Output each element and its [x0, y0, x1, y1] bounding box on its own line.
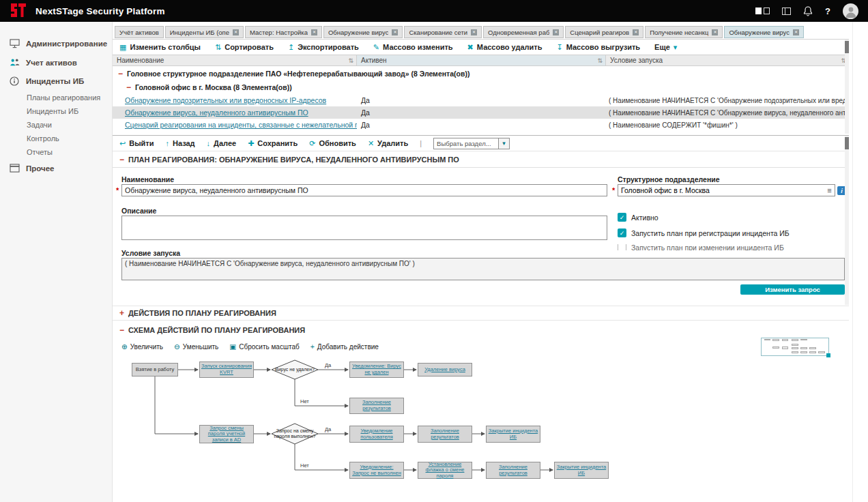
flowchart-decision-label[interactable]: Вирус не удален?	[269, 360, 321, 379]
sidebar-subitem-планы-реагирования[interactable]: Планы реагирования	[0, 91, 112, 104]
close-tab-icon[interactable]: ✕	[392, 29, 398, 35]
tab-инциденты-иб-опе[interactable]: Инциденты ИБ (опе✕	[165, 26, 244, 38]
form-toolbar-button-обновить[interactable]: ⟳Обновить	[309, 139, 356, 148]
flowchart-node-link[interactable]: Запуск сканирования KVRT	[201, 364, 252, 375]
checkbox-активно[interactable]: ✓Активно	[618, 213, 659, 222]
column-header-условие-запуска[interactable]: Условие запуска⇅	[606, 55, 849, 65]
close-tab-icon[interactable]: ✕	[311, 29, 317, 35]
flowchart-node-запуск-сканирования-kvrt[interactable]: Запуск сканирования KVRT	[199, 361, 254, 378]
expand-icon[interactable]: +	[119, 308, 128, 318]
tab-сканирование-сети[interactable]: Сканирование сети✕	[404, 26, 482, 38]
flowchart-node-link[interactable]: Заполнение результатов	[419, 428, 471, 440]
form-toolbar-button-далее[interactable]: ↓Далее	[207, 139, 237, 147]
row-link[interactable]: Обнаружение подозрительных или вредоносн…	[125, 96, 326, 104]
column-header-активен[interactable]: Активен⇅	[357, 55, 606, 65]
sidebar-item-прочее[interactable]: Прочее	[0, 159, 112, 177]
flowchart-node-link[interactable]: Уведомление пользователя	[351, 428, 403, 440]
checkbox-запустить-план-при-регистрации-инцидента-иб[interactable]: ✓Запустить план при регистрации инцидент…	[618, 228, 790, 237]
edit-query-button[interactable]: Изменить запрос	[740, 284, 845, 295]
flowchart-node-заполнение-результатов[interactable]: Заполнение результатов	[486, 462, 540, 479]
flowchart-node-link[interactable]: Закрытие инцидента ИБ	[487, 428, 539, 440]
flowchart-button-сбросить-масштаб[interactable]: ▣Сбросить масштаб	[229, 342, 299, 351]
flowchart-node-установление-флажка-о-смене-пароля[interactable]: Установление флажка о смене пароля	[418, 462, 472, 479]
sidebar-item-учет-активов[interactable]: Учет активов	[0, 53, 112, 72]
flowchart-node-уведомление-пользователя[interactable]: Уведомление пользователя	[349, 426, 404, 443]
sidebar-subitem-отчеты[interactable]: Отчеты	[0, 145, 112, 159]
minimap[interactable]	[761, 338, 829, 356]
flowchart-node-link[interactable]: Заполнение результатов	[351, 400, 403, 411]
tab-одновременная-раб[interactable]: Одновременная раб✕	[483, 26, 564, 38]
table-row[interactable]: Обнаружение вируса, неудаленного антивир…	[113, 106, 849, 119]
toolbar-button-изменить-столбцы[interactable]: ▦Изменить столбцы	[119, 43, 201, 52]
sidebar-subitem-задачи[interactable]: Задачи	[0, 118, 112, 132]
scrollbar-thumb[interactable]	[845, 137, 849, 149]
flowchart-button-увеличить[interactable]: ⊕Увеличить	[121, 342, 163, 351]
chevron-down-icon[interactable]: ▾	[498, 138, 509, 149]
flowchart-node-удаление-вируса[interactable]: Удаление вируса	[418, 363, 472, 376]
vertical-scrollbar[interactable]	[845, 40, 849, 134]
plan-section-header[interactable]: − ПЛАН РЕАГИРОВАНИЯ: ОБНАРУЖЕНИЕ ВИРУСА,…	[113, 152, 849, 168]
flowchart-node-link[interactable]: Уведомление: Вирус не удален	[351, 364, 403, 375]
form-toolbar-button-выйти[interactable]: ↩Выйти	[119, 139, 154, 148]
flowchart-canvas[interactable]: Взятие в работуЗапуск сканирования KVRTВ…	[113, 355, 853, 499]
actions-section-header[interactable]: + ДЕЙСТВИЯ ПО ПЛАНУ РЕАГИРОВАНИЯ	[113, 306, 849, 321]
toolbar-button-еще[interactable]: Еще▾	[654, 43, 677, 52]
checkbox-запустить-план-при-изменении-инцидента-иб[interactable]: Запустить план при изменении инцидента И…	[618, 244, 784, 250]
flowchart-decision-label[interactable]: Запрос на смену пароля выполнен?	[269, 424, 321, 444]
tab-сценарий-реагиров[interactable]: Сценарий реагиров✕	[565, 26, 643, 38]
flowchart-node-link[interactable]: Заполнение результатов	[487, 464, 539, 476]
checkbox-box[interactable]	[618, 244, 626, 250]
toolbar-button-массово-удалить[interactable]: ✖Массово удалить	[467, 43, 542, 52]
help-icon[interactable]: ?	[825, 6, 830, 16]
table-group-row[interactable]: −Головное структурное подразделение ПАО …	[113, 66, 849, 80]
name-input[interactable]	[121, 184, 607, 196]
row-link[interactable]: Обнаружение вируса, неудаленного антивир…	[125, 108, 308, 117]
avatar[interactable]	[843, 3, 858, 19]
close-tab-icon[interactable]: ✕	[553, 29, 559, 35]
flowchart-node-заполнение-результатов[interactable]: Заполнение результатов	[349, 398, 404, 414]
close-tab-icon[interactable]: ✕	[633, 29, 639, 35]
sort-icon[interactable]: ⇅	[348, 57, 353, 64]
flowchart-node-link[interactable]: Уведомление: Запрос не выполнен	[351, 464, 403, 476]
collapse-icon[interactable]: −	[126, 83, 135, 92]
close-tab-icon[interactable]: ✕	[793, 29, 799, 35]
tab-получение-несанкц[interactable]: Получение несанкц✕	[645, 26, 723, 38]
tab-обнаружение-вирус[interactable]: Обнаружение вирус✕	[323, 26, 403, 38]
tab-учёт-активов[interactable]: Учёт активов	[115, 26, 164, 38]
menu-icon[interactable]: ≡	[824, 186, 835, 195]
column-header-наименование[interactable]: Наименование⇅	[113, 55, 357, 65]
row-link[interactable]: Сценарий реагирования на инциденты, связ…	[125, 121, 357, 129]
flowchart-node-link[interactable]: Запрос смены пароля учетной записи в AD	[201, 426, 252, 443]
sidebar-subitem-инциденты-иб[interactable]: Инциденты ИБ	[0, 104, 112, 118]
section-select[interactable]: Выбрать раздел... ▾	[433, 138, 510, 149]
flowchart-node-уведомление-вирус-не-удален[interactable]: Уведомление: Вирус не удален	[349, 361, 404, 378]
description-input[interactable]	[121, 216, 607, 240]
form-toolbar-button-сохранить[interactable]: ✚Сохранить	[248, 139, 298, 148]
close-tab-icon[interactable]: ✕	[471, 29, 477, 35]
form-toolbar-button-назад[interactable]: ↑Назад	[165, 139, 194, 147]
sidebar-item-администрирование[interactable]: Администрирование	[0, 34, 112, 53]
table-row[interactable]: Сценарий реагирования на инциденты, связ…	[113, 119, 849, 131]
flowchart-node-взятие-в-работу[interactable]: Взятие в работу	[132, 363, 178, 376]
table-row[interactable]: Обнаружение подозрительных или вредоносн…	[113, 94, 849, 106]
scrollbar-thumb[interactable]	[845, 41, 849, 53]
flowchart-node-закрытие-инцидента-иб[interactable]: Закрытие инцидента ИБ	[554, 462, 609, 479]
flowchart-button-добавить-действие[interactable]: +Добавить действие	[310, 342, 379, 351]
table-group-row[interactable]: −Головной офис в г. Москва (8 Элемента(о…	[113, 80, 849, 94]
tab-обнаружение-вирус[interactable]: Обнаружение вирус✕	[724, 26, 803, 38]
notifications-bell-icon[interactable]	[803, 6, 813, 16]
flowchart-node-link[interactable]: Закрытие инцидента ИБ	[555, 464, 607, 476]
toolbar-button-сортировать[interactable]: ⇅Сортировать	[215, 43, 274, 52]
toolbar-button-массово-выгрузить[interactable]: ↧Массово выгрузить	[556, 43, 640, 52]
unit-input[interactable]	[618, 186, 824, 195]
flowchart-node-уведомление-запрос-не-выполнен[interactable]: Уведомление: Запрос не выполнен	[349, 462, 404, 479]
checkbox-box[interactable]: ✓	[618, 228, 626, 237]
flowchart-button-уменьшить[interactable]: ⊖Уменьшить	[174, 342, 218, 351]
tab-мастер-настройка[interactable]: Мастер: Настройка✕	[245, 26, 322, 38]
close-tab-icon[interactable]: ✕	[712, 29, 718, 35]
close-tab-icon[interactable]: ✕	[233, 29, 239, 35]
flowchart-node-link[interactable]: Установление флажка о смене пароля	[419, 462, 471, 479]
sidebar-item-инциденты-иб[interactable]: Инциденты ИБ	[0, 72, 112, 91]
schema-section-header[interactable]: − СХЕМА ДЕЙСТВИЙ ПО ПЛАНУ РЕАГИРОВАНИЯ	[113, 323, 849, 337]
split-view-icon[interactable]	[755, 8, 770, 15]
